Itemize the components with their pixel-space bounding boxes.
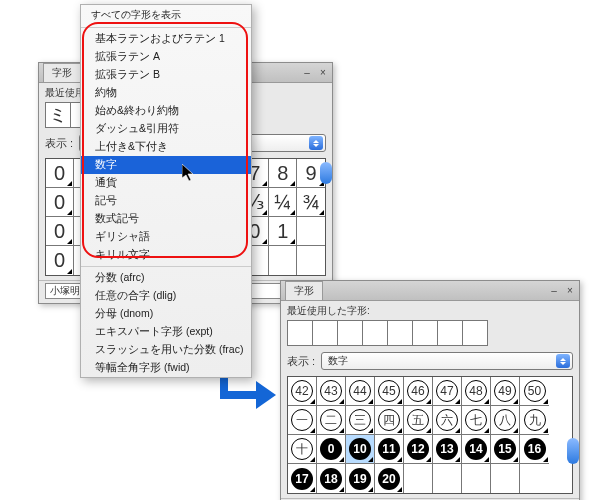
category-menu: すべての字形を表示 基本ラテンおよびラテン 1拡張ラテン A拡張ラテン B約物始… <box>80 4 252 378</box>
glyph-cell[interactable]: 五 <box>404 406 433 435</box>
glyphs-panel-right: 字形 – × 最近使用した字形: 表示 : 数字 424344454647484… <box>280 280 580 500</box>
show-row: 表示 : 数字 <box>281 350 579 374</box>
menu-item[interactable]: 数式記号 <box>81 210 251 228</box>
glyph-cell[interactable]: 六 <box>433 406 462 435</box>
glyph-cell[interactable]: 八 <box>491 406 520 435</box>
show-label: 表示 : <box>287 354 315 369</box>
recent-glyph-cell[interactable] <box>287 320 313 346</box>
minimize-icon[interactable]: – <box>300 66 314 80</box>
glyph-cell[interactable] <box>520 464 549 493</box>
glyph-cell[interactable]: 13 <box>433 435 462 464</box>
glyph-cell[interactable]: 九 <box>520 406 549 435</box>
chevrons-icon <box>309 136 323 150</box>
recent-glyph-cell[interactable]: ミ <box>45 102 71 128</box>
menu-item[interactable]: 通貨 <box>81 174 251 192</box>
show-label: 表示 : <box>45 136 73 151</box>
menu-header: すべての字形を表示 <box>81 5 251 25</box>
glyph-cell[interactable]: 20 <box>375 464 404 493</box>
glyph-cell[interactable]: 0 <box>46 246 74 275</box>
glyph-cell[interactable]: 12 <box>404 435 433 464</box>
menu-item[interactable]: 任意の合字 (dlig) <box>81 287 251 305</box>
menu-item[interactable]: 数字 <box>81 156 251 174</box>
glyph-cell[interactable]: 48 <box>462 377 491 406</box>
glyph-cell[interactable] <box>462 464 491 493</box>
menu-item[interactable]: 分数 (afrc) <box>81 269 251 287</box>
glyph-cell[interactable]: 10 <box>346 435 375 464</box>
glyph-cell[interactable]: 49 <box>491 377 520 406</box>
glyph-cell[interactable] <box>404 464 433 493</box>
glyph-cell[interactable]: 14 <box>462 435 491 464</box>
glyph-grid: 424344454647484950一二三四五六七八九十010111213141… <box>281 374 579 498</box>
menu-item[interactable]: 始め&終わり約物 <box>81 102 251 120</box>
recent-glyph-cell[interactable] <box>337 320 363 346</box>
menu-item[interactable]: 分母 (dnom) <box>81 305 251 323</box>
glyph-cell[interactable] <box>297 217 325 246</box>
recent-glyphs-row <box>281 320 579 350</box>
menu-item[interactable]: 拡張ラテン B <box>81 66 251 84</box>
glyph-cell[interactable]: 四 <box>375 406 404 435</box>
glyph-cell[interactable]: 15 <box>491 435 520 464</box>
glyph-cell[interactable]: ¾ <box>297 188 325 217</box>
chevrons-icon <box>556 354 570 368</box>
category-dropdown[interactable]: 数字 <box>321 352 573 370</box>
glyph-cell[interactable]: 47 <box>433 377 462 406</box>
menu-item[interactable]: スラッシュを用いた分数 (frac) <box>81 341 251 359</box>
glyph-cell[interactable]: 七 <box>462 406 491 435</box>
menu-item[interactable]: エキスパート字形 (expt) <box>81 323 251 341</box>
close-icon[interactable]: × <box>563 284 577 298</box>
glyph-cell[interactable]: 44 <box>346 377 375 406</box>
menu-item[interactable]: ダッシュ&引用符 <box>81 120 251 138</box>
panel-tabbar: 字形 – × <box>281 281 579 301</box>
glyph-cell[interactable]: 45 <box>375 377 404 406</box>
recent-glyph-cell[interactable] <box>312 320 338 346</box>
glyph-cell[interactable] <box>491 464 520 493</box>
glyph-cell[interactable]: 0 <box>46 159 74 188</box>
glyph-cell[interactable]: 三 <box>346 406 375 435</box>
tab-glyphs[interactable]: 字形 <box>43 63 81 82</box>
glyph-cell[interactable] <box>297 246 325 275</box>
tab-glyphs[interactable]: 字形 <box>285 281 323 300</box>
menu-item[interactable]: 上付き&下付き <box>81 138 251 156</box>
close-icon[interactable]: × <box>316 66 330 80</box>
glyph-cell[interactable] <box>433 464 462 493</box>
glyph-cell[interactable]: 0 <box>46 217 74 246</box>
scrollbar-thumb[interactable] <box>320 162 332 184</box>
menu-item[interactable]: 等幅全角字形 (fwid) <box>81 359 251 377</box>
recent-glyph-cell[interactable] <box>412 320 438 346</box>
glyph-cell[interactable]: 0 <box>317 435 346 464</box>
recent-glyph-cell[interactable] <box>462 320 488 346</box>
glyph-cell[interactable]: 19 <box>346 464 375 493</box>
glyph-cell[interactable]: 43 <box>317 377 346 406</box>
glyph-cell[interactable]: 18 <box>317 464 346 493</box>
glyph-cell[interactable]: 0 <box>46 188 74 217</box>
recent-glyph-cell[interactable] <box>437 320 463 346</box>
glyph-cell[interactable]: 17 <box>288 464 317 493</box>
recent-glyph-cell[interactable] <box>387 320 413 346</box>
glyph-cell[interactable]: 50 <box>520 377 549 406</box>
menu-item[interactable]: 基本ラテンおよびラテン 1 <box>81 30 251 48</box>
glyph-cell[interactable]: 11 <box>375 435 404 464</box>
menu-item[interactable]: 約物 <box>81 84 251 102</box>
menu-item[interactable]: キリル文字 <box>81 246 251 264</box>
scrollbar-thumb[interactable] <box>567 438 579 464</box>
menu-item[interactable]: 拡張ラテン A <box>81 48 251 66</box>
glyph-cell[interactable]: ¼ <box>269 188 297 217</box>
glyph-cell[interactable]: 46 <box>404 377 433 406</box>
recent-label: 最近使用した字形: <box>281 301 579 320</box>
menu-separator <box>81 27 251 28</box>
menu-separator <box>81 266 251 267</box>
glyph-cell[interactable]: 16 <box>520 435 549 464</box>
menu-item[interactable]: 記号 <box>81 192 251 210</box>
minimize-icon[interactable]: – <box>547 284 561 298</box>
glyph-cell[interactable]: 十 <box>288 435 317 464</box>
glyph-cell[interactable]: 一 <box>288 406 317 435</box>
glyph-cell[interactable] <box>269 246 297 275</box>
glyph-cell[interactable]: 8 <box>269 159 297 188</box>
glyph-cell[interactable]: 1 <box>269 217 297 246</box>
glyph-cell[interactable]: 二 <box>317 406 346 435</box>
recent-glyph-cell[interactable] <box>362 320 388 346</box>
glyph-cell[interactable]: 42 <box>288 377 317 406</box>
menu-item[interactable]: ギリシャ語 <box>81 228 251 246</box>
